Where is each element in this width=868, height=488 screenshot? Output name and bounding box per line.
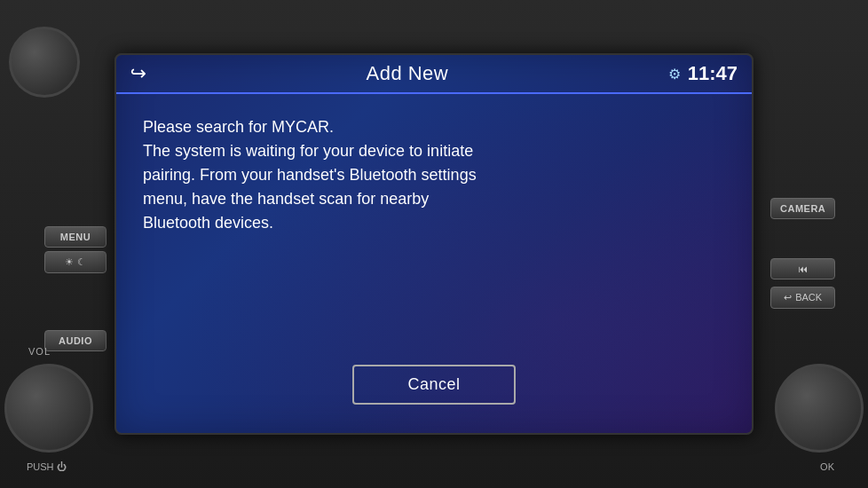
back-arrow-button[interactable]: ↩ [130, 62, 146, 85]
left-top-knob[interactable] [9, 27, 80, 98]
bluetooth-icon: ⚙ [668, 66, 681, 83]
camera-button[interactable]: CAMERA [770, 198, 835, 219]
skip-back-icon: ⏮ [798, 264, 808, 274]
ok-knob[interactable] [775, 364, 864, 453]
vol-label: VOL [28, 346, 51, 357]
brightness-button[interactable]: ☀ ☾ [44, 251, 107, 273]
cancel-area: Cancel [143, 365, 725, 419]
moon-icon: ☾ [77, 256, 86, 268]
main-screen: ↩ Add New ⚙ 11:47 Please search for MYCA… [114, 53, 754, 435]
skip-back-button[interactable]: ⏮ [770, 258, 835, 279]
sun-icon: ☀ [65, 256, 74, 268]
message-line2: The system is waiting for your device to… [143, 142, 473, 160]
screen-body: Please search for MYCAR. The system is w… [116, 94, 752, 433]
ok-label: OK [820, 461, 834, 472]
audio-button[interactable]: AUDIO [44, 330, 107, 351]
header-right: ⚙ 11:47 [668, 62, 738, 85]
message-line1: Please search for MYCAR. [143, 118, 334, 136]
menu-button[interactable]: MENU [44, 226, 107, 248]
screen-header: ↩ Add New ⚙ 11:47 [116, 55, 752, 94]
message-line3: pairing. From your handset's Bluetooth s… [143, 166, 477, 184]
push-label: PUSH ⏻ [27, 461, 67, 472]
left-panel: MENU ☀ ☾ AUDIO PUSH ⏻ VOL [0, 0, 115, 488]
right-panel: CAMERA ⏮ ↩ BACK OK [761, 0, 868, 488]
pairing-message: Please search for MYCAR. The system is w… [143, 115, 725, 235]
back-nav-label: BACK [795, 292, 822, 303]
car-infotainment-unit: MENU ☀ ☾ AUDIO PUSH ⏻ VOL ↩ Add New ⚙ 11… [0, 0, 868, 488]
message-line4: menu, have the handset scan for nearby [143, 190, 429, 208]
time-display: 11:47 [688, 62, 738, 85]
screen-title: Add New [146, 62, 668, 85]
vol-knob[interactable] [4, 364, 93, 453]
cancel-button[interactable]: Cancel [352, 365, 515, 405]
back-nav-button[interactable]: ↩ BACK [770, 287, 835, 309]
back-nav-icon: ↩ [784, 292, 792, 303]
message-line5: Bluetooth devices. [143, 214, 273, 232]
